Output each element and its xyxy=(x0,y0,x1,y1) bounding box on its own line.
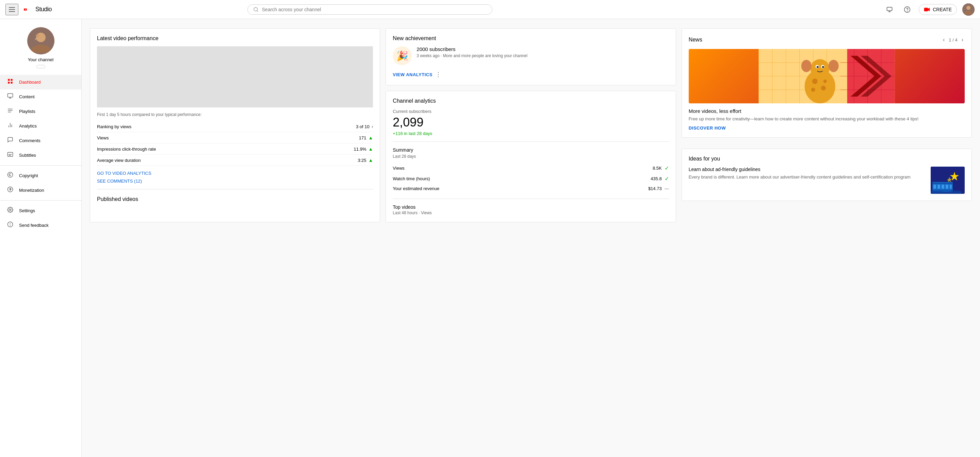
ideas-title: Ideas for you xyxy=(689,156,965,162)
avatar[interactable] xyxy=(962,3,975,16)
video-thumbnail xyxy=(97,46,373,108)
news-next-button[interactable]: › xyxy=(960,35,965,44)
dashboard-label: Dashboard xyxy=(19,79,41,85)
top-videos-title: Top videos xyxy=(393,205,669,210)
svg-rect-84 xyxy=(946,185,948,189)
news-prev-button[interactable]: ‹ xyxy=(942,35,946,44)
sidebar-item-playlists[interactable]: Playlists xyxy=(0,104,81,119)
idea-heading: Learn about ad-friendly guidelines xyxy=(689,167,911,172)
playlists-label: Playlists xyxy=(19,109,35,114)
revenue-value: $14.73 — xyxy=(648,186,669,191)
idea-visual xyxy=(931,167,965,194)
svg-rect-9 xyxy=(924,8,928,11)
sidebar-item-copyright[interactable]: Copyright xyxy=(0,168,81,183)
svg-rect-81 xyxy=(933,185,936,189)
header-left: Studio xyxy=(5,4,52,15)
youtube-logo-icon xyxy=(24,6,33,13)
comments-icon xyxy=(7,137,14,144)
discover-how-button[interactable]: DISCOVER HOW xyxy=(689,125,726,130)
revenue-dash-icon: — xyxy=(665,186,669,191)
svg-rect-82 xyxy=(937,185,940,189)
svg-point-36 xyxy=(10,209,11,211)
monetization-icon xyxy=(7,186,14,194)
sidebar-item-comments[interactable]: Comments xyxy=(0,133,81,148)
sidebar-item-feedback[interactable]: Send feedback xyxy=(0,218,81,233)
svg-point-65 xyxy=(823,79,827,83)
idea-row: Learn about ad-friendly guidelines Every… xyxy=(689,167,965,194)
logo[interactable]: Studio xyxy=(24,6,52,13)
subtitles-icon xyxy=(7,151,14,159)
achievement-more-button[interactable]: ⋮ xyxy=(435,71,441,78)
nav-divider-1 xyxy=(0,165,81,166)
svg-line-3 xyxy=(257,11,258,11)
svg-point-17 xyxy=(35,38,37,40)
notifications-button[interactable] xyxy=(883,3,896,16)
monetization-label: Monetization xyxy=(19,188,44,193)
sidebar-item-content[interactable]: Content xyxy=(0,89,81,104)
feedback-label: Send feedback xyxy=(19,223,49,228)
views-value: 171 ▲ xyxy=(359,135,373,140)
help-button[interactable] xyxy=(901,3,913,16)
svg-point-2 xyxy=(254,8,258,11)
channel-link[interactable] xyxy=(37,65,45,68)
copyright-label: Copyright xyxy=(19,173,38,178)
duration-up-icon: ▲ xyxy=(368,157,373,163)
svg-point-71 xyxy=(816,66,818,68)
cards-grid: Latest video performance First 1 day 5 h… xyxy=(90,28,972,222)
summary-title: Summary xyxy=(393,147,669,153)
subscribers-label: Current subscribers xyxy=(393,109,669,114)
comments-label: Comments xyxy=(19,138,40,143)
views-sum-value: 8.5K ✓ xyxy=(653,165,669,171)
achievement-row: 🎉 2000 subscribers 3 weeks ago · More an… xyxy=(393,46,669,65)
ctr-value: 11.9% ▲ xyxy=(354,146,373,152)
news-item-desc: Free up more time for creativity—learn h… xyxy=(689,116,965,122)
see-comments-link[interactable]: SEE COMMENTS (12) xyxy=(97,179,142,184)
sidebar-item-settings[interactable]: Settings xyxy=(0,203,81,218)
sidebar-item-dashboard[interactable]: Dashboard xyxy=(0,75,81,89)
go-to-analytics-link[interactable]: GO TO VIDEO ANALYTICS xyxy=(97,171,151,176)
idea-text: Learn about ad-friendly guidelines Every… xyxy=(689,167,911,180)
channel-avatar-icon xyxy=(27,27,54,54)
svg-rect-43 xyxy=(225,70,245,84)
svg-point-62 xyxy=(812,79,817,84)
ctr-row: Impressions click-through rate 11.9% ▲ xyxy=(97,143,373,155)
achievement-title: 2000 subscribers xyxy=(417,46,527,52)
ranking-label: Ranking by views xyxy=(97,124,131,129)
channel-avatar xyxy=(27,27,54,54)
top-videos-sub: Last 48 hours · Views xyxy=(393,211,669,215)
sidebar-item-subtitles[interactable]: Subtitles xyxy=(0,148,81,162)
sidebar-item-analytics[interactable]: Analytics xyxy=(0,119,81,133)
sidebar-item-monetization[interactable]: Monetization xyxy=(0,183,81,198)
idea-desc: Every brand is different. Learn more abo… xyxy=(689,174,911,180)
sidebar-nav: Dashboard Content Playlists Analytics Co… xyxy=(0,75,81,233)
dashboard-icon xyxy=(7,78,14,86)
avg-duration-value: 3:25 ▲ xyxy=(358,157,373,163)
svg-point-16 xyxy=(36,34,39,37)
create-button[interactable]: CREATE xyxy=(919,4,957,15)
svg-point-39 xyxy=(10,225,11,226)
news-item-title: More videos, less effort xyxy=(689,108,965,114)
watchtime-summary-row: Watch time (hours) 435.8 ✓ xyxy=(393,173,669,184)
last28-stat: +116 in last 28 days xyxy=(393,131,669,136)
ideas-card: Ideas for you Learn about ad-friendly gu… xyxy=(682,149,972,201)
settings-label: Settings xyxy=(19,208,35,213)
achievement-details: 2000 subscribers 3 weeks ago · More and … xyxy=(417,46,527,59)
hamburger-button[interactable] xyxy=(5,4,18,15)
views-check-icon: ✓ xyxy=(665,165,669,171)
svg-rect-83 xyxy=(942,185,944,189)
search-input[interactable] xyxy=(262,7,487,12)
analytics-divider-2 xyxy=(393,198,669,199)
news-illustration xyxy=(689,49,965,103)
views-summary-row: Views 8.5K ✓ xyxy=(393,163,669,173)
view-analytics-button[interactable]: VIEW ANALYTICS xyxy=(393,72,433,77)
create-camera-icon xyxy=(924,6,930,13)
svg-point-63 xyxy=(821,86,826,90)
svg-rect-20 xyxy=(8,82,10,84)
svg-rect-21 xyxy=(11,82,13,84)
news-page-label: 1 / 4 xyxy=(949,37,957,43)
ranking-value: 3 of 10 › xyxy=(356,124,373,129)
notifications-icon xyxy=(886,6,893,13)
channel-name-label: Your channel xyxy=(5,57,76,62)
svg-rect-19 xyxy=(11,79,13,81)
views-row: Views 171 ▲ xyxy=(97,132,373,143)
